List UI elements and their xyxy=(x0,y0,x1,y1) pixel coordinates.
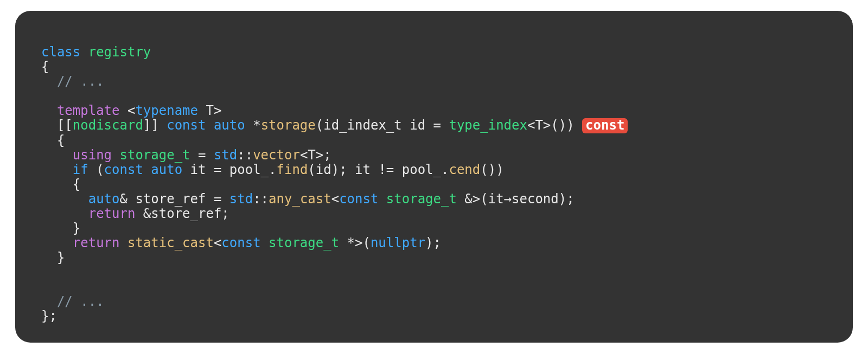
comment-1: // ... xyxy=(41,74,104,89)
type-storage-t-1: storage_t xyxy=(386,191,457,207)
const-badge: const xyxy=(582,118,628,133)
alias-storage-t: storage_t xyxy=(120,147,190,163)
fn-static-cast: static_cast xyxy=(127,235,214,250)
brace-close-2: } xyxy=(57,250,65,265)
kw-nullptr: nullptr xyxy=(371,235,425,250)
kw-auto-2: auto xyxy=(151,162,182,177)
amp-2: & xyxy=(143,206,151,221)
type-vector: vector xyxy=(253,147,300,163)
kw-using: using xyxy=(73,147,112,163)
tmpl-arg-T-2: T xyxy=(308,147,315,163)
kw-return-1: return xyxy=(88,206,136,221)
kw-if: if xyxy=(73,162,88,177)
tmpl-param-T: T xyxy=(206,103,213,118)
fn-cend: cend xyxy=(449,162,480,177)
kw-const-1: const xyxy=(167,118,206,133)
fn-storage: storage xyxy=(261,118,316,133)
var-it-3: it xyxy=(488,191,504,207)
brace-open-2: { xyxy=(57,133,65,148)
fn-type-index: type_index xyxy=(449,118,527,133)
type-storage-t-2: storage_t xyxy=(269,235,339,250)
var-store-ref: store_ref xyxy=(135,191,206,207)
var-pool-2: pool_ xyxy=(402,162,441,177)
var-it-2: it xyxy=(355,162,371,177)
ns-std-1: std xyxy=(214,147,237,163)
kw-class: class xyxy=(41,44,80,60)
brace-close-3: } xyxy=(73,221,80,236)
kw-template: template xyxy=(57,103,120,118)
kw-const-3: const xyxy=(339,191,378,207)
kw-auto-1: auto xyxy=(214,118,245,133)
kw-const-2: const xyxy=(104,162,143,177)
param-id: id xyxy=(410,118,425,133)
brace-open-1: { xyxy=(41,59,49,74)
op-ne: != xyxy=(378,162,394,177)
comment-2: // ... xyxy=(41,294,104,309)
brace-close-1: }; xyxy=(41,308,57,324)
attr-nodiscard: nodiscard xyxy=(73,118,143,133)
type-registry: registry xyxy=(88,44,151,60)
kw-return-2: return xyxy=(73,235,120,250)
member-second: second xyxy=(512,191,559,207)
var-store-ref-2: store_ref xyxy=(151,206,221,221)
brace-open-3: { xyxy=(73,177,80,192)
code-block: class registry { // ... template <typena… xyxy=(15,11,853,343)
arg-id: id xyxy=(316,162,331,177)
fn-find: find xyxy=(277,162,308,177)
arrow-op: → xyxy=(504,191,512,207)
tmpl-arg-T: T xyxy=(535,118,542,133)
fn-any-cast: any_cast xyxy=(269,191,331,207)
kw-auto-3: auto xyxy=(88,191,120,207)
kw-typename: typename xyxy=(135,103,198,118)
kw-const-4: const xyxy=(221,235,260,250)
amp-1: & xyxy=(120,191,127,207)
ns-std-2: std xyxy=(229,191,253,207)
type-id-index-t: id_index_t xyxy=(323,118,402,133)
var-it: it xyxy=(190,162,206,177)
var-pool-1: pool_ xyxy=(229,162,269,177)
